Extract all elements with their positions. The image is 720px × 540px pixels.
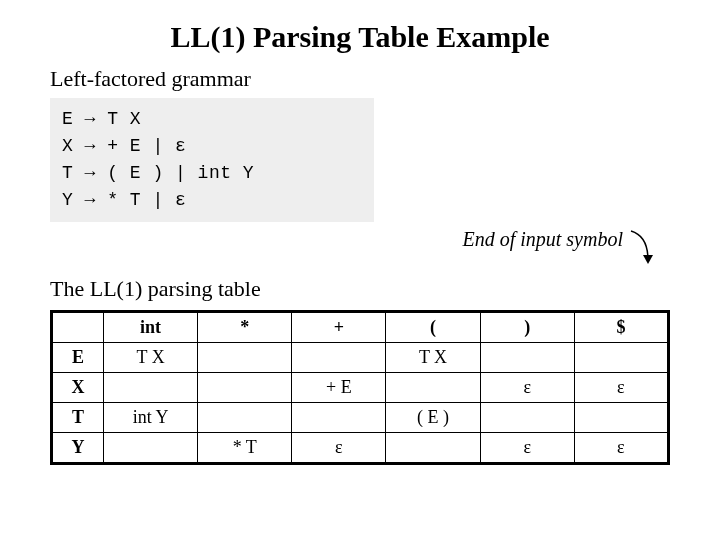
table-header-row: int * + ( ) $ [52, 312, 669, 343]
cell [292, 343, 386, 373]
grammar-heading: Left-factored grammar [50, 66, 670, 92]
grammar-box: E → T X X → + E | ε T → ( E ) | int Y Y … [50, 98, 374, 222]
row-header: E [52, 343, 104, 373]
cell: int Y [104, 403, 198, 433]
page-title: LL(1) Parsing Table Example [50, 20, 670, 54]
cell: ε [480, 373, 574, 403]
cell: T X [104, 343, 198, 373]
cell [104, 433, 198, 464]
table-row: X + E ε ε [52, 373, 669, 403]
table-row: E T X T X [52, 343, 669, 373]
cell [386, 433, 480, 464]
table-heading: The LL(1) parsing table [50, 276, 670, 302]
parsing-table: int * + ( ) $ E T X T X X + E ε ε T [50, 310, 670, 465]
cell [198, 373, 292, 403]
row-header: X [52, 373, 104, 403]
cell [574, 403, 668, 433]
col-header: + [292, 312, 386, 343]
annotation-label: End of input symbol [50, 228, 662, 268]
table-row: Y * T ε ε ε [52, 433, 669, 464]
cell: * T [198, 433, 292, 464]
cell: + E [292, 373, 386, 403]
cell [574, 343, 668, 373]
cell: ε [292, 433, 386, 464]
arrow-down-icon [628, 228, 662, 268]
row-header: T [52, 403, 104, 433]
cell [104, 373, 198, 403]
cell: ε [574, 373, 668, 403]
cell [198, 403, 292, 433]
col-header: ) [480, 312, 574, 343]
col-header: int [104, 312, 198, 343]
cell [480, 343, 574, 373]
col-header: * [198, 312, 292, 343]
cell: T X [386, 343, 480, 373]
cell: ε [574, 433, 668, 464]
cell [480, 403, 574, 433]
cell [198, 343, 292, 373]
cell [292, 403, 386, 433]
table-row: T int Y ( E ) [52, 403, 669, 433]
col-header: ( [386, 312, 480, 343]
table-corner [52, 312, 104, 343]
cell: ( E ) [386, 403, 480, 433]
row-header: Y [52, 433, 104, 464]
cell [386, 373, 480, 403]
cell: ε [480, 433, 574, 464]
col-header: $ [574, 312, 668, 343]
